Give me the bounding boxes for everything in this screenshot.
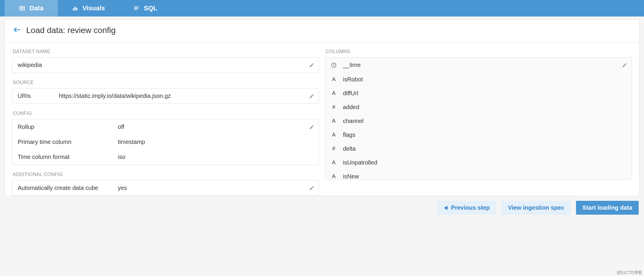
source-value: https://static.imply.io/data/wikipedia.j… [59,93,313,99]
column-row-0[interactable]: __time [325,58,632,73]
columns-label: COLUMNS [326,49,631,54]
pencil-icon [309,185,314,191]
pencil-icon [309,124,314,130]
text-type-icon: A [331,132,337,138]
tab-sql[interactable]: SQL [119,0,171,17]
number-type-icon: # [331,146,337,152]
text-type-icon: A [331,173,337,180]
config-val-0: off [118,124,313,130]
column-row-2[interactable]: AdiffUrl [325,86,632,100]
previous-step-button[interactable]: Previous step [437,201,496,215]
column-name-5: flags [343,132,355,138]
page-header: Load data: review config [5,20,639,42]
previous-step-label: Previous step [451,204,490,211]
clock-icon [331,62,337,68]
dataset-name-row[interactable]: wikipedia [12,58,319,73]
svg-rect-5 [75,7,76,11]
tab-visuals-label: Visuals [82,4,105,12]
start-loading-data-button[interactable]: Start loading data [576,201,639,215]
column-name-3: added [343,104,359,111]
additional-config-card: Automatically create data cube yes [12,180,319,196]
columns-panel: COLUMNS __time AisRobot AdiffUrl #added … [325,47,632,196]
pencil-icon [622,63,627,68]
page-title: Load data: review config [26,26,116,35]
source-type: URIs [18,93,59,99]
config-label: CONFIG [13,111,318,116]
column-name-4: channel [343,118,364,124]
svg-rect-4 [73,8,74,10]
config-val-1: timestamp [118,139,313,145]
source-label: SOURCE [13,80,318,85]
config-val-2: iso [118,154,313,160]
left-panel: DATASET NAME wikipedia SOURCE URIs https… [12,47,319,196]
bar-chart-icon [72,5,78,12]
column-row-7[interactable]: AisUnpatrolled [325,156,632,170]
config-key-0: Rollup [18,124,118,130]
back-button[interactable] [13,26,21,35]
arrow-left-icon [444,206,448,210]
edit-dataset-name[interactable] [308,61,316,69]
tab-visuals[interactable]: Visuals [58,0,119,17]
pencil-icon [309,63,314,68]
column-row-3[interactable]: #added [325,100,632,114]
config-key-1: Primary time column [18,139,118,145]
source-card: URIs https://static.imply.io/data/wikipe… [12,88,319,104]
back-arrow-icon [13,26,21,34]
tab-data[interactable]: Data [5,0,58,17]
edit-source[interactable] [308,92,316,100]
source-row[interactable]: URIs https://static.imply.io/data/wikipe… [12,88,319,104]
config-key-2: Time column format [18,154,118,160]
page-body: Load data: review config DATASET NAME wi… [5,19,639,196]
column-name-2: diffUrl [343,90,358,97]
config-row-1[interactable]: Primary time column timestamp [12,134,319,150]
text-type-icon: A [331,160,337,166]
column-name-7: isUnpatrolled [343,159,377,166]
edit-additional-config[interactable] [308,184,316,192]
column-row-8[interactable]: AisNew [325,170,632,180]
text-type-icon: A [331,90,337,96]
dataset-name-value: wikipedia [18,62,42,68]
text-type-icon: A [331,76,337,83]
top-nav: Data Visuals SQL [0,0,644,17]
tab-data-label: Data [29,4,44,12]
columns-card: __time AisRobot AdiffUrl #added Achannel… [325,57,632,180]
column-name-8: isNew [343,173,359,180]
column-row-4[interactable]: Achannel [325,114,632,128]
view-ingestion-spec-button[interactable]: View ingestion spec [501,201,571,215]
additional-val-0: yes [118,185,313,191]
tab-sql-label: SQL [144,4,157,12]
dataset-name-card: wikipedia [12,57,319,73]
number-type-icon: # [331,104,337,110]
config-row-2[interactable]: Time column format iso [12,150,319,165]
column-name-1: isRobot [343,76,363,83]
column-name-0: __time [343,62,361,68]
additional-config-label: ADDITIONAL CONFIG [13,172,318,177]
config-card: Rollup off Primary time column timestamp… [12,119,319,165]
additional-row-0[interactable]: Automatically create data cube yes [12,180,319,196]
column-row-1[interactable]: AisRobot [325,73,632,86]
edit-config[interactable] [308,123,316,131]
table-icon [19,5,25,12]
dataset-name-label: DATASET NAME [13,49,318,54]
column-row-5[interactable]: Aflags [325,128,632,142]
view-ingestion-spec-label: View ingestion spec [508,204,564,211]
column-name-6: delta [343,145,356,152]
svg-rect-6 [76,8,77,10]
pencil-icon [309,93,314,99]
additional-key-0: Automatically create data cube [18,185,118,191]
config-row-0[interactable]: Rollup off [12,119,319,134]
list-icon [133,5,140,12]
start-loading-data-label: Start loading data [582,204,632,211]
edit-columns[interactable] [620,61,629,69]
footer-actions: Previous step View ingestion spec Start … [0,196,644,218]
text-type-icon: A [331,118,337,124]
column-row-6[interactable]: #delta [325,142,632,156]
